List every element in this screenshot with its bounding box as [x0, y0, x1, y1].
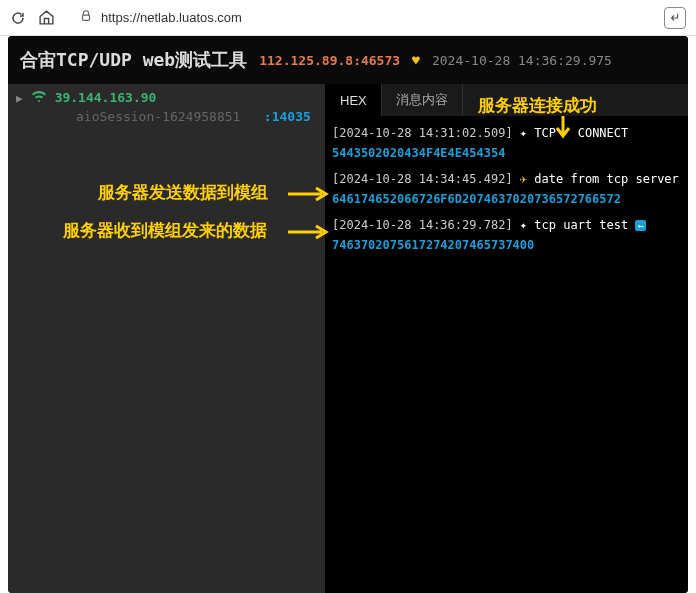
log-timestamp: [2024-10-28 14:34:45.492] [332, 172, 513, 186]
home-icon[interactable] [38, 9, 55, 26]
enter-icon[interactable] [664, 7, 686, 29]
tab-bar: HEX 消息内容 [326, 84, 688, 116]
send-icon: ✈ [520, 172, 534, 186]
app-title: 合宙TCP/UDP web测试工具 [20, 48, 247, 72]
log-panel: HEX 消息内容 [2024-10-28 14:31:02.509] ✦ TCP… [326, 84, 688, 593]
return-icon: ← [635, 220, 645, 231]
caret-right-icon: ▶ [16, 92, 23, 105]
address-bar[interactable]: https://netlab.luatos.com [67, 5, 652, 30]
log-area: [2024-10-28 14:31:02.509] ✦ TCP CONNECT … [326, 116, 688, 593]
log-line: [2024-10-28 14:34:45.492] ✈ date from tc… [332, 170, 682, 188]
browser-toolbar: https://netlab.luatos.com [0, 0, 696, 36]
log-hex: 7463702075617274207465737400 [332, 236, 682, 254]
log-hex: 646174652066726F6D2074637020736572766572 [332, 190, 682, 208]
url-text: https://netlab.luatos.com [101, 10, 242, 25]
log-msg: tcp uart test [534, 218, 628, 232]
connection-ip: 39.144.163.90 [55, 90, 157, 105]
spark-icon: ✦ [520, 126, 534, 140]
log-line: [2024-10-28 14:36:29.782] ✦ tcp uart tes… [332, 216, 682, 234]
app-container: 合宙TCP/UDP web测试工具 112.125.89.8:46573 ♥ 2… [8, 36, 688, 593]
app-body: ▶ 39.144.163.90 aioSession-1624958851 :1… [8, 84, 688, 593]
lock-icon [79, 9, 93, 26]
tab-content[interactable]: 消息内容 [382, 84, 463, 116]
log-timestamp: [2024-10-28 14:31:02.509] [332, 126, 513, 140]
tab-hex[interactable]: HEX [326, 84, 382, 116]
log-msg: CONNECT [578, 126, 629, 140]
refresh-icon[interactable] [10, 10, 26, 26]
app-header: 合宙TCP/UDP web测试工具 112.125.89.8:46573 ♥ 2… [8, 36, 688, 84]
log-timestamp: [2024-10-28 14:36:29.782] [332, 218, 513, 232]
log-tag: TCP [534, 126, 556, 140]
header-timestamp: 2024-10-28 14:36:29.975 [432, 53, 612, 68]
log-msg: date from tcp server [534, 172, 679, 186]
heart-icon: ♥ [412, 53, 420, 68]
server-address: 112.125.89.8:46573 [259, 53, 400, 68]
wifi-icon [31, 90, 47, 105]
log-line: [2024-10-28 14:31:02.509] ✦ TCP CONNECT [332, 124, 682, 142]
connection-row[interactable]: ▶ 39.144.163.90 [16, 90, 317, 105]
svg-rect-0 [83, 15, 90, 20]
connections-panel: ▶ 39.144.163.90 aioSession-1624958851 :1… [8, 84, 326, 593]
log-hex: 5443502020434F4E4E454354 [332, 144, 682, 162]
spark-icon: ✦ [520, 218, 534, 232]
session-line: aioSession-1624958851 :14035 [16, 109, 317, 124]
session-label: aioSession-1624958851 [76, 109, 240, 124]
session-port: :14035 [264, 109, 311, 124]
